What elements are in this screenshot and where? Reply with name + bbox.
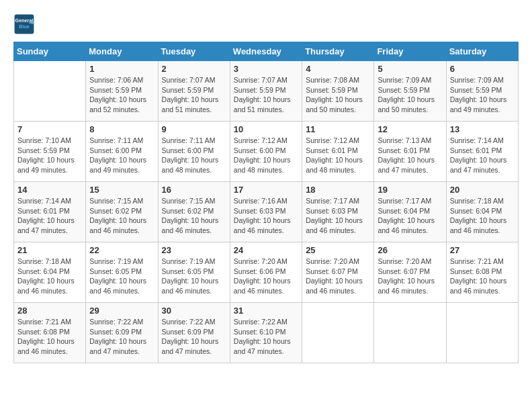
calendar-cell: 16Sunrise: 7:15 AM Sunset: 6:02 PM Dayli… <box>158 182 230 242</box>
logo-icon: General Blue <box>13 13 35 35</box>
day-info: Sunrise: 7:21 AM Sunset: 6:08 PM Dayligh… <box>450 257 515 296</box>
weekday-header-tuesday: Tuesday <box>158 42 230 61</box>
day-number: 27 <box>450 245 515 255</box>
day-info: Sunrise: 7:15 AM Sunset: 6:02 PM Dayligh… <box>162 196 226 236</box>
calendar-cell: 22Sunrise: 7:19 AM Sunset: 6:05 PM Dayli… <box>86 242 158 303</box>
calendar-cell: 17Sunrise: 7:16 AM Sunset: 6:03 PM Dayli… <box>230 182 302 242</box>
day-number: 22 <box>89 245 154 255</box>
day-info: Sunrise: 7:11 AM Sunset: 6:00 PM Dayligh… <box>89 136 154 175</box>
day-number: 14 <box>17 185 82 195</box>
calendar-cell: 10Sunrise: 7:12 AM Sunset: 6:00 PM Dayli… <box>230 122 302 182</box>
calendar-cell: 12Sunrise: 7:13 AM Sunset: 6:01 PM Dayli… <box>374 122 446 182</box>
calendar-cell <box>302 303 374 363</box>
weekday-header-wednesday: Wednesday <box>230 42 302 61</box>
day-number: 25 <box>306 245 370 255</box>
day-info: Sunrise: 7:14 AM Sunset: 6:01 PM Dayligh… <box>450 136 515 175</box>
calendar-cell: 7Sunrise: 7:10 AM Sunset: 5:59 PM Daylig… <box>14 122 86 182</box>
day-number: 6 <box>450 64 515 74</box>
weekday-header-monday: Monday <box>86 42 158 61</box>
calendar-cell: 11Sunrise: 7:12 AM Sunset: 6:01 PM Dayli… <box>302 122 374 182</box>
calendar-cell <box>446 303 518 363</box>
calendar-cell: 30Sunrise: 7:22 AM Sunset: 6:09 PM Dayli… <box>158 303 230 363</box>
day-number: 2 <box>162 64 226 74</box>
day-number: 17 <box>234 185 298 195</box>
day-number: 28 <box>17 306 82 316</box>
day-info: Sunrise: 7:08 AM Sunset: 5:59 PM Dayligh… <box>306 75 370 115</box>
calendar-cell <box>374 303 446 363</box>
weekday-header-row: SundayMondayTuesdayWednesdayThursdayFrid… <box>14 42 519 61</box>
svg-text:Blue: Blue <box>19 24 30 30</box>
calendar-cell: 26Sunrise: 7:20 AM Sunset: 6:07 PM Dayli… <box>374 242 446 303</box>
day-number: 31 <box>234 306 298 316</box>
calendar-cell: 21Sunrise: 7:18 AM Sunset: 6:04 PM Dayli… <box>14 242 86 303</box>
day-info: Sunrise: 7:20 AM Sunset: 6:07 PM Dayligh… <box>378 257 442 296</box>
week-row-2: 7Sunrise: 7:10 AM Sunset: 5:59 PM Daylig… <box>14 122 519 182</box>
day-info: Sunrise: 7:07 AM Sunset: 5:59 PM Dayligh… <box>234 75 298 115</box>
calendar-cell <box>14 61 86 122</box>
day-number: 15 <box>89 185 154 195</box>
day-number: 1 <box>89 64 154 74</box>
calendar-cell: 19Sunrise: 7:17 AM Sunset: 6:04 PM Dayli… <box>374 182 446 242</box>
day-number: 26 <box>378 245 442 255</box>
week-row-4: 21Sunrise: 7:18 AM Sunset: 6:04 PM Dayli… <box>14 242 519 303</box>
day-number: 16 <box>162 185 226 195</box>
day-number: 12 <box>378 124 442 134</box>
day-number: 13 <box>450 124 515 134</box>
header: General Blue <box>13 13 519 35</box>
calendar-cell: 13Sunrise: 7:14 AM Sunset: 6:01 PM Dayli… <box>446 122 518 182</box>
day-number: 20 <box>450 185 515 195</box>
day-info: Sunrise: 7:06 AM Sunset: 5:59 PM Dayligh… <box>89 75 154 115</box>
day-number: 18 <box>306 185 370 195</box>
weekday-header-thursday: Thursday <box>302 42 374 61</box>
week-row-1: 1Sunrise: 7:06 AM Sunset: 5:59 PM Daylig… <box>14 61 519 122</box>
calendar-cell: 8Sunrise: 7:11 AM Sunset: 6:00 PM Daylig… <box>86 122 158 182</box>
day-info: Sunrise: 7:18 AM Sunset: 6:04 PM Dayligh… <box>450 196 515 236</box>
calendar-cell: 15Sunrise: 7:15 AM Sunset: 6:02 PM Dayli… <box>86 182 158 242</box>
calendar-cell: 1Sunrise: 7:06 AM Sunset: 5:59 PM Daylig… <box>86 61 158 122</box>
day-info: Sunrise: 7:21 AM Sunset: 6:08 PM Dayligh… <box>17 317 82 357</box>
week-row-3: 14Sunrise: 7:14 AM Sunset: 6:01 PM Dayli… <box>14 182 519 242</box>
day-number: 5 <box>378 64 442 74</box>
day-info: Sunrise: 7:22 AM Sunset: 6:09 PM Dayligh… <box>89 317 154 357</box>
calendar-cell: 24Sunrise: 7:20 AM Sunset: 6:06 PM Dayli… <box>230 242 302 303</box>
day-info: Sunrise: 7:12 AM Sunset: 6:01 PM Dayligh… <box>306 136 370 175</box>
calendar-table: SundayMondayTuesdayWednesdayThursdayFrid… <box>13 42 519 363</box>
day-number: 21 <box>17 245 82 255</box>
day-info: Sunrise: 7:12 AM Sunset: 6:00 PM Dayligh… <box>234 136 298 175</box>
calendar-cell: 4Sunrise: 7:08 AM Sunset: 5:59 PM Daylig… <box>302 61 374 122</box>
day-info: Sunrise: 7:20 AM Sunset: 6:07 PM Dayligh… <box>306 257 370 296</box>
day-number: 24 <box>234 245 298 255</box>
calendar-cell: 23Sunrise: 7:19 AM Sunset: 6:05 PM Dayli… <box>158 242 230 303</box>
day-info: Sunrise: 7:20 AM Sunset: 6:06 PM Dayligh… <box>234 257 298 296</box>
calendar-cell: 6Sunrise: 7:09 AM Sunset: 5:59 PM Daylig… <box>446 61 518 122</box>
day-number: 9 <box>162 124 226 134</box>
day-info: Sunrise: 7:22 AM Sunset: 6:10 PM Dayligh… <box>234 317 298 357</box>
day-number: 7 <box>17 124 82 134</box>
day-info: Sunrise: 7:14 AM Sunset: 6:01 PM Dayligh… <box>17 196 82 236</box>
day-number: 23 <box>162 245 226 255</box>
day-info: Sunrise: 7:07 AM Sunset: 5:59 PM Dayligh… <box>162 75 226 115</box>
weekday-header-saturday: Saturday <box>446 42 518 61</box>
day-info: Sunrise: 7:19 AM Sunset: 6:05 PM Dayligh… <box>89 257 154 296</box>
day-info: Sunrise: 7:09 AM Sunset: 5:59 PM Dayligh… <box>450 75 515 115</box>
week-row-5: 28Sunrise: 7:21 AM Sunset: 6:08 PM Dayli… <box>14 303 519 363</box>
calendar-cell: 27Sunrise: 7:21 AM Sunset: 6:08 PM Dayli… <box>446 242 518 303</box>
day-info: Sunrise: 7:17 AM Sunset: 6:04 PM Dayligh… <box>378 196 442 236</box>
day-number: 19 <box>378 185 442 195</box>
day-info: Sunrise: 7:22 AM Sunset: 6:09 PM Dayligh… <box>162 317 226 357</box>
weekday-header-sunday: Sunday <box>14 42 86 61</box>
calendar-cell: 14Sunrise: 7:14 AM Sunset: 6:01 PM Dayli… <box>14 182 86 242</box>
day-info: Sunrise: 7:19 AM Sunset: 6:05 PM Dayligh… <box>162 257 226 296</box>
calendar-cell: 3Sunrise: 7:07 AM Sunset: 5:59 PM Daylig… <box>230 61 302 122</box>
day-info: Sunrise: 7:17 AM Sunset: 6:03 PM Dayligh… <box>306 196 370 236</box>
day-number: 3 <box>234 64 298 74</box>
calendar-cell: 18Sunrise: 7:17 AM Sunset: 6:03 PM Dayli… <box>302 182 374 242</box>
calendar-cell: 2Sunrise: 7:07 AM Sunset: 5:59 PM Daylig… <box>158 61 230 122</box>
day-info: Sunrise: 7:11 AM Sunset: 6:00 PM Dayligh… <box>162 136 226 175</box>
day-number: 4 <box>306 64 370 74</box>
day-info: Sunrise: 7:13 AM Sunset: 6:01 PM Dayligh… <box>378 136 442 175</box>
day-number: 30 <box>162 306 226 316</box>
day-number: 10 <box>234 124 298 134</box>
weekday-header-friday: Friday <box>374 42 446 61</box>
day-info: Sunrise: 7:10 AM Sunset: 5:59 PM Dayligh… <box>17 136 82 175</box>
